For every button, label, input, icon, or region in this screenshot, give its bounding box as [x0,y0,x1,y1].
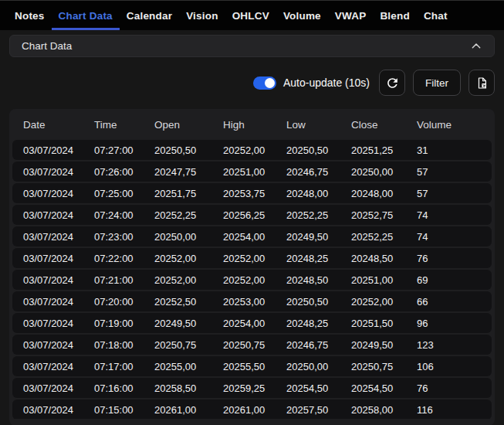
tab-vision[interactable]: Vision [179,1,225,30]
table-cell-time: 07:16:00 [94,382,154,394]
table-cell-open: 20247,75 [154,166,223,178]
table-header-row: DateTimeOpenHighLowCloseVolume [12,109,492,140]
table-row: 03/07/202407:26:0020247,7520251,0020246,… [12,162,492,182]
column-header-date: Date [23,119,94,131]
table-row: 03/07/202407:20:0020252,5020253,0020250,… [12,291,492,311]
table-cell-date: 03/07/2024 [23,318,94,329]
top-nav: NotesChart DataCalendarVisionOHLCVVolume… [0,0,504,30]
table-cell-time: 07:15:00 [94,404,154,416]
table-cell-close: 20252,75 [351,209,417,221]
table-cell-open: 20261,00 [154,404,223,416]
table-cell-close: 20248,00 [351,188,417,199]
table-row: 03/07/202407:24:0020252,2520256,2520252,… [12,205,492,225]
table-cell-time: 07:23:00 [94,231,154,243]
table-cell-high: 20254,00 [223,318,286,329]
table-cell-low: 20249,50 [286,231,351,243]
table-cell-date: 03/07/2024 [23,144,94,156]
column-header-close: Close [351,119,417,131]
page-content: Chart Data Auto-update (10s) Filter [0,30,504,425]
tab-volume[interactable]: Volume [276,1,328,30]
table-cell-volume: 106 [417,361,492,372]
table-cell-open: 20250,75 [154,339,223,351]
table-cell-open: 20250,50 [154,144,223,156]
table-cell-low: 20254,50 [286,382,351,394]
table-cell-time: 07:17:00 [94,361,154,372]
table-cell-date: 03/07/2024 [23,404,94,416]
table-cell-high: 20252,00 [223,144,286,156]
table-cell-close: 20250,00 [351,166,417,178]
file-export-icon [475,76,489,90]
toggle-knob [265,78,275,88]
table-cell-low: 20257,50 [286,404,351,416]
table-cell-high: 20254,00 [223,231,286,243]
table-cell-date: 03/07/2024 [23,209,94,221]
table-cell-date: 03/07/2024 [23,382,94,394]
table-cell-date: 03/07/2024 [23,188,94,199]
table-row: 03/07/202407:21:0020252,0020252,0020248,… [12,270,492,290]
table-cell-open: 20250,00 [154,231,223,243]
table-cell-open: 20251,75 [154,188,223,199]
table-cell-volume: 96 [417,318,492,329]
table-cell-date: 03/07/2024 [23,361,94,372]
chart-data-section-header[interactable]: Chart Data [9,35,495,57]
tab-vwap[interactable]: VWAP [328,1,374,30]
refresh-icon [385,76,400,90]
tab-chat[interactable]: Chat [417,1,455,30]
filter-button[interactable]: Filter [413,70,461,96]
table-cell-volume: 31 [417,144,492,156]
table-cell-volume: 57 [417,166,492,178]
table-row: 03/07/202407:15:0020261,0020261,0020257,… [12,400,492,419]
table-cell-open: 20252,00 [154,253,223,264]
table-cell-time: 07:21:00 [94,274,154,286]
tab-calendar[interactable]: Calendar [120,1,179,30]
tab-blend[interactable]: Blend [373,1,417,30]
table-cell-high: 20259,25 [223,382,286,394]
chart-data-table: DateTimeOpenHighLowCloseVolume 03/07/202… [9,109,495,425]
column-header-volume: Volume [417,119,492,131]
refresh-button[interactable] [379,70,405,96]
table-cell-volume: 66 [417,296,492,308]
table-cell-volume: 57 [417,188,492,199]
table-cell-low: 20248,25 [286,318,351,329]
table-cell-close: 20252,25 [351,231,417,243]
table-cell-low: 20252,25 [286,209,351,221]
table-row: 03/07/202407:18:0020250,7520250,7520246,… [12,335,492,355]
chevron-up-icon[interactable] [470,40,482,53]
table-row: 03/07/202407:17:0020255,0020255,5020250,… [12,356,492,376]
table-cell-time: 07:20:00 [94,296,154,308]
column-header-high: High [223,119,286,131]
table-cell-high: 20251,00 [223,166,286,178]
table-cell-high: 20253,75 [223,188,286,199]
table-cell-time: 07:22:00 [94,253,154,264]
table-cell-date: 03/07/2024 [23,231,94,243]
table-cell-high: 20253,00 [223,296,286,308]
table-cell-open: 20249,50 [154,318,223,329]
table-cell-low: 20248,00 [286,188,351,199]
table-cell-high: 20252,00 [223,274,286,286]
table-cell-close: 20254,50 [351,382,417,394]
table-cell-volume: 74 [417,231,492,243]
table-cell-high: 20261,00 [223,404,286,416]
table-row: 03/07/202407:16:0020258,5020259,2520254,… [12,378,492,398]
auto-update-group: Auto-update (10s) [253,76,370,90]
tab-notes[interactable]: Notes [8,1,52,30]
table-cell-date: 03/07/2024 [23,166,94,178]
table-cell-close: 20251,00 [351,274,417,286]
column-header-low: Low [286,119,351,131]
table-row: 03/07/202407:22:0020252,0020252,0020248,… [12,248,492,268]
table-cell-volume: 76 [417,382,492,394]
table-cell-low: 20250,00 [286,361,351,372]
export-button[interactable] [468,70,495,96]
tab-chart-data[interactable]: Chart Data [52,1,120,30]
table-cell-close: 20251,50 [351,318,417,329]
table-cell-high: 20255,50 [223,361,286,372]
section-title: Chart Data [22,40,72,52]
table-cell-high: 20250,75 [223,339,286,351]
tab-ohlcv[interactable]: OHLCV [225,1,276,30]
table-toolbar: Auto-update (10s) Filter [9,70,495,96]
table-row: 03/07/202407:27:0020250,5020252,0020250,… [12,140,492,160]
auto-update-label: Auto-update (10s) [283,76,370,89]
table-cell-open: 20258,50 [154,382,223,394]
auto-update-toggle[interactable] [253,76,276,90]
table-cell-close: 20252,00 [351,296,417,308]
